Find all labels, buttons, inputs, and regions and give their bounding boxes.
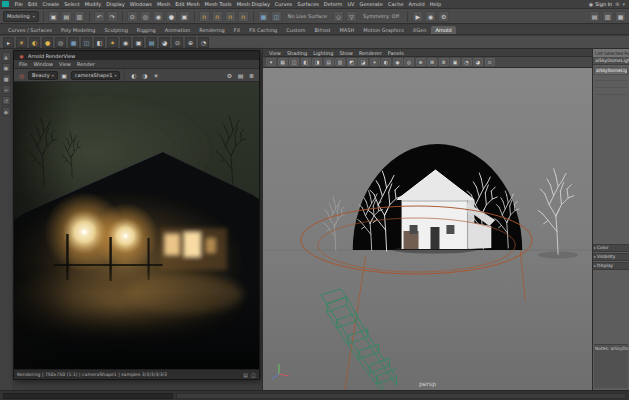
gamma-icon[interactable]: ◑: [140, 72, 149, 79]
selection-mask-icon[interactable]: ●: [166, 11, 177, 22]
motion-blur-icon[interactable]: ⊕: [416, 58, 426, 66]
select-hierarchy-icon[interactable]: ⊙: [127, 11, 138, 22]
safe-action-icon[interactable]: ▤: [324, 58, 334, 66]
sign-in-button[interactable]: ◉Sign In: [589, 1, 613, 7]
attribute-editor-tab[interactable]: aiSkyDomeLight1: [593, 57, 629, 65]
mesh-light-icon[interactable]: ●: [42, 37, 53, 48]
shadows-icon[interactable]: ◉: [393, 58, 403, 66]
resolution-gate-icon[interactable]: ◧: [301, 58, 311, 66]
film-gate-icon[interactable]: ◫: [289, 58, 299, 66]
shelf-tab[interactable]: MASH: [336, 26, 359, 34]
render-icon[interactable]: ▶: [412, 11, 423, 22]
shelf-icon[interactable]: ◧: [94, 37, 105, 48]
menu-item[interactable]: Curves: [272, 1, 294, 7]
shelf-tab[interactable]: Motion Graphics: [359, 26, 408, 34]
section-header[interactable]: ▸Visibility: [593, 253, 629, 261]
ipr-render-icon[interactable]: ◉: [425, 11, 436, 22]
menu-item[interactable]: Select: [62, 1, 82, 7]
shelf-tab[interactable]: Rendering: [195, 26, 229, 34]
shelf-tab[interactable]: FX: [230, 26, 244, 34]
rv-menu-render[interactable]: Render: [74, 61, 98, 67]
shelf-icon[interactable]: ◕: [159, 37, 170, 48]
snap-grid-icon[interactable]: ∩: [199, 11, 210, 22]
shelf-tab[interactable]: Curves / Surfaces: [4, 26, 56, 34]
menu-item[interactable]: Help: [427, 1, 443, 7]
exposure-icon[interactable]: ◐: [129, 72, 138, 79]
renderview-titlebar[interactable]: ◉ Arnold RenderView: [14, 51, 259, 60]
grid-toggle-icon[interactable]: ▦: [278, 58, 288, 66]
log-icon[interactable]: ▤: [243, 372, 248, 378]
vp-menu-renderer[interactable]: Renderer: [356, 50, 385, 56]
rv-menu-window[interactable]: Window: [30, 61, 56, 67]
shelf-icon[interactable]: ▤: [146, 37, 157, 48]
vp-menu-shading[interactable]: Shading: [284, 50, 310, 56]
menu-item[interactable]: Mesh: [154, 1, 172, 7]
camera-dropdown[interactable]: cameraShape1▾: [71, 71, 121, 80]
shelf-icon[interactable]: ◎: [55, 37, 66, 48]
shelf-tab-arnold-active[interactable]: Arnold: [431, 26, 455, 34]
textured-icon[interactable]: ☀: [370, 58, 380, 66]
menu-item[interactable]: Mesh Tools: [202, 1, 234, 7]
open-scene-icon[interactable]: ▤: [61, 11, 72, 22]
lasso-tool-icon[interactable]: ●: [2, 63, 11, 72]
menu-item[interactable]: Display: [104, 1, 127, 7]
isolate-select-icon[interactable]: ▣: [450, 58, 460, 66]
shelf-icon[interactable]: ▸: [3, 37, 14, 48]
notes-area[interactable]: Notes: aiSkyDomeLight1: [594, 344, 628, 388]
shelf-icon[interactable]: ▣: [133, 37, 144, 48]
viewport-canvas[interactable]: persp: [263, 68, 592, 390]
make-live-icon[interactable]: ◇: [333, 11, 344, 22]
section-header[interactable]: ▸Display: [593, 262, 629, 270]
shelf-icon[interactable]: ◫: [81, 37, 92, 48]
shelf-tab[interactable]: Custom: [282, 26, 309, 34]
rv-menu-file[interactable]: File: [16, 61, 30, 67]
new-scene-icon[interactable]: ▣: [48, 11, 59, 22]
shelf-icon[interactable]: ✶: [107, 37, 118, 48]
menu-item[interactable]: Edit Mesh: [173, 1, 202, 7]
wireframe-icon[interactable]: ◩: [347, 58, 357, 66]
shelf-tab[interactable]: Animation: [161, 26, 195, 34]
shelf-icon[interactable]: ⊙: [172, 37, 183, 48]
joints-xray-icon[interactable]: ◕: [473, 58, 483, 66]
input-connections-icon[interactable]: ▦: [258, 11, 269, 22]
select-tool-icon[interactable]: ▲: [2, 52, 11, 61]
shaded-icon[interactable]: ◪: [358, 58, 368, 66]
render-target-icon[interactable]: ◎: [17, 72, 26, 79]
snap-point-icon[interactable]: ∩: [225, 11, 236, 22]
select-object-icon[interactable]: ◎: [140, 11, 151, 22]
undo-icon[interactable]: ↶: [94, 11, 105, 22]
menu-item[interactable]: Generate: [357, 1, 385, 7]
shelf-icon[interactable]: ▦: [68, 37, 79, 48]
shelf-tab[interactable]: FX Caching: [245, 26, 281, 34]
render-settings-icon[interactable]: ⚙: [438, 11, 449, 22]
vp-menu-show[interactable]: Show: [336, 50, 356, 56]
menu-item[interactable]: Edit: [25, 1, 40, 7]
snap-curve-icon[interactable]: ∩: [212, 11, 223, 22]
snap-plane-icon[interactable]: ∩: [238, 11, 249, 22]
chevron-down-icon[interactable]: ▾: [622, 1, 625, 7]
xray-icon[interactable]: ◔: [462, 58, 472, 66]
shelf-tab[interactable]: Rigging: [133, 26, 160, 34]
depth-of-field-icon[interactable]: ≣: [439, 58, 449, 66]
section-header[interactable]: ▸Color: [593, 244, 629, 252]
menu-item[interactable]: Mesh Display: [234, 1, 272, 7]
shelf-tab[interactable]: Poly Modeling: [57, 26, 100, 34]
tool-settings-toggle-icon[interactable]: ▥: [602, 11, 613, 22]
channel-box-toggle-icon[interactable]: ▦: [615, 11, 626, 22]
attribute-editor-toggle-icon[interactable]: ▤: [589, 11, 600, 22]
vp-menu-view[interactable]: View: [266, 50, 284, 56]
scale-tool-icon[interactable]: ◆: [2, 107, 11, 116]
menu-item[interactable]: UV: [345, 1, 357, 7]
gate-mask-icon[interactable]: ◨: [312, 58, 322, 66]
shelf-icon[interactable]: ◔: [198, 37, 209, 48]
multisample-icon[interactable]: ⊞: [427, 58, 437, 66]
redo-icon[interactable]: ↷: [107, 11, 118, 22]
menu-item[interactable]: File: [12, 1, 25, 7]
menu-item[interactable]: Create: [40, 1, 62, 7]
node-name-field[interactable]: aiSkyDomeLight1: [594, 67, 628, 75]
ambient-occlusion-icon[interactable]: ◎: [404, 58, 414, 66]
menu-item[interactable]: Cache: [385, 1, 406, 7]
menuset-dropdown[interactable]: Modeling▾: [3, 11, 39, 22]
shelf-icon[interactable]: ⊕: [185, 37, 196, 48]
selection-mask-icon[interactable]: ▣: [179, 11, 190, 22]
